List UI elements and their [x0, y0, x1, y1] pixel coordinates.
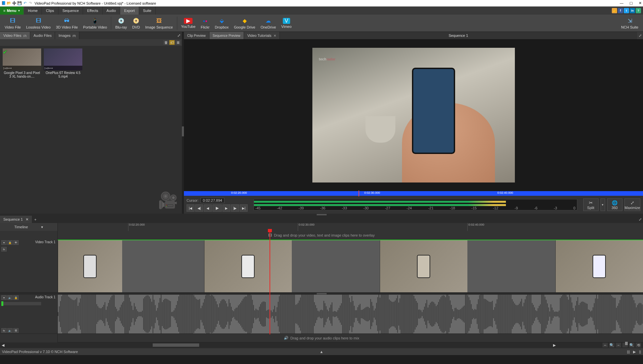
minimize-button[interactable]: — [620, 1, 623, 5]
expand-icon[interactable]: ▾ [1, 295, 7, 300]
lock-icon[interactable]: 🔒 [13, 295, 19, 300]
tab-audio-files[interactable]: Audio Files [30, 32, 55, 39]
next-frame-button[interactable]: |▶ [231, 204, 239, 212]
add-sequence-button[interactable]: ＋ [32, 216, 39, 223]
undo-icon[interactable]: ↶ [23, 1, 27, 6]
expand-icon[interactable]: ▾ [1, 240, 7, 245]
scrub-playhead[interactable] [359, 190, 359, 196]
export-vimeo[interactable]: VVimeo [279, 15, 294, 32]
goto-start-button[interactable]: |◀ [187, 204, 195, 212]
status-pause-icon[interactable]: || [639, 350, 641, 354]
zoom-in-icon[interactable]: 🔍 [629, 343, 634, 347]
video-track-body[interactable]: ✕ [58, 240, 643, 292]
close-icon[interactable]: ✕ [274, 34, 276, 37]
mute-icon[interactable]: 🔈 [7, 295, 13, 300]
scroll-thumb[interactable] [153, 343, 199, 347]
export-flickr[interactable]: ●●Flickr [198, 15, 212, 32]
menu-sequence[interactable]: Sequence [58, 7, 83, 15]
split-button[interactable]: ✂Split [583, 198, 599, 211]
preview-viewport[interactable]: techradar [312, 48, 515, 182]
horizontal-splitter[interactable] [0, 214, 643, 216]
overlay-drop-row[interactable]: 🎞Drag and drop your video, text and imag… [0, 231, 643, 240]
maximize-button[interactable]: ▢ [629, 1, 633, 5]
link-icon[interactable]: ⛓ [13, 328, 19, 333]
menu-effects[interactable]: Effects [83, 7, 102, 15]
forward-button[interactable]: ▶ [222, 204, 230, 212]
prev-frame-button[interactable]: ◀| [195, 204, 203, 212]
mute-icon[interactable]: 🔈 [7, 328, 13, 333]
restore-bin-icon[interactable]: ⤢ [177, 33, 181, 38]
timeline-mode-select[interactable]: Timeline ▾ [0, 223, 58, 231]
mix-drop-row[interactable]: 🔊Drag and drop your audio clips here to … [0, 334, 643, 342]
lock-icon[interactable]: 🔒 [7, 240, 13, 245]
export-3d[interactable]: 🕶3D Video File [53, 15, 81, 32]
new-icon[interactable]: ➕ [12, 1, 17, 6]
restore-timeline-icon[interactable]: ⤢ [637, 216, 643, 223]
menu-clips[interactable]: Clips [42, 7, 58, 15]
tab-images[interactable]: Images(0) [55, 32, 79, 39]
linkedin-icon[interactable]: in [630, 8, 635, 13]
menu-suite[interactable]: Suite [139, 7, 156, 15]
maximize-preview-button[interactable]: ⤢Maximize [624, 198, 640, 211]
tag-icon[interactable]: 🏷 [169, 40, 175, 45]
nch-suite-button[interactable]: ⇲NCH Suite [618, 15, 641, 32]
export-video-file[interactable]: 🎞Video File [2, 15, 24, 32]
360-button[interactable]: 🌐360 [607, 198, 622, 211]
tab-sequence-preview[interactable]: Sequence Preview [209, 32, 244, 39]
reverse-button[interactable]: ◀ [204, 204, 212, 212]
menu-audio[interactable]: Audio [103, 7, 120, 15]
open-icon[interactable]: 📂 [7, 1, 11, 6]
volume-slider[interactable] [1, 302, 41, 305]
tab-video-files[interactable]: Video Files(2) [0, 32, 30, 39]
clip-item[interactable]: ▷ch⟶ OnePlus 6T Review 4.5 5.mp4 [44, 48, 82, 78]
close-icon[interactable]: ✕ [26, 217, 29, 222]
facebook-icon[interactable]: f [618, 8, 623, 13]
delete-icon[interactable]: 🗑 [163, 40, 169, 45]
tab-clip-preview[interactable]: Clip Preview [184, 32, 209, 39]
audio-track-body[interactable] [58, 295, 643, 333]
status-vu-icon[interactable]: ||| [627, 350, 630, 354]
preview-scrubber[interactable]: 0:02:20.000 0:02:30.000 0:02:40.000 [184, 191, 643, 196]
timeline-ruler[interactable]: 0:02:20.000 0:02:30.000 0:02:40.000 [58, 223, 643, 231]
sequence-tab[interactable]: Sequence 1✕ [0, 216, 32, 223]
fx-icon[interactable]: fx [1, 247, 7, 252]
redo-icon[interactable]: ↷ [28, 1, 33, 6]
zoom-reset-icon[interactable]: ⟲ [636, 343, 641, 347]
svg-rect-234 [331, 305, 331, 323]
timeline-hscroll[interactable]: ◀ ▶ ↔ 🔍 − 🔍 ⟲ [0, 342, 643, 348]
tab-video-tutorials[interactable]: Video Tutorials✕ [244, 32, 280, 39]
collapse-up-icon[interactable]: ▲ [320, 350, 323, 354]
goto-end-button[interactable]: ▶| [240, 204, 248, 212]
export-onedrive[interactable]: ☁OneDrive [258, 15, 279, 32]
export-youtube[interactable]: ▶YouTube [179, 15, 198, 32]
scroll-right-icon[interactable]: ▶ [552, 343, 557, 347]
zoom-out-icon[interactable]: 🔍 [609, 343, 614, 347]
like-icon[interactable]: 👍 [612, 8, 617, 13]
menu-button[interactable]: ≡ Menu ▼ [0, 7, 24, 15]
twitter-icon[interactable]: t [624, 8, 629, 13]
zoom-slider[interactable] [622, 343, 628, 347]
save-icon[interactable]: 💾 [17, 1, 22, 6]
split-dropdown[interactable]: ▾ [601, 198, 605, 211]
eye-icon[interactable]: 👁 [13, 240, 19, 245]
zoom-out2-icon[interactable]: − [616, 343, 621, 347]
export-bluray[interactable]: 💿Blu-ray [113, 15, 129, 32]
close-button[interactable]: ✕ [639, 1, 642, 5]
status-play-icon[interactable]: ▶ [633, 350, 636, 354]
menu-home[interactable]: Home [24, 7, 42, 15]
export-dropbox[interactable]: ⬙Dropbox [212, 15, 231, 32]
export-gdrive[interactable]: ◆Google Drive [231, 15, 258, 32]
play-button[interactable]: ▶ [212, 204, 222, 212]
scroll-left-icon[interactable]: ◀ [1, 343, 5, 347]
export-lossless[interactable]: 🎞Lossless Video [24, 15, 53, 32]
restore-preview-icon[interactable]: ⤢ [637, 32, 643, 39]
list-view-icon[interactable]: ≣ [175, 40, 181, 45]
fx-icon[interactable]: fx [1, 328, 7, 333]
export-portable[interactable]: 📱Portable Video [80, 15, 110, 32]
export-dvd[interactable]: 📀DVD [129, 15, 142, 32]
fit-icon[interactable]: ↔ [603, 343, 608, 347]
menu-export[interactable]: Export [120, 7, 139, 15]
export-image-seq[interactable]: 🖼Image Sequence [142, 15, 175, 32]
clip-item[interactable]: ✔▷ch⟶ Google Pixel 3 and Pixel 3 XL hand… [3, 48, 41, 78]
help-icon[interactable]: ? [636, 8, 641, 13]
